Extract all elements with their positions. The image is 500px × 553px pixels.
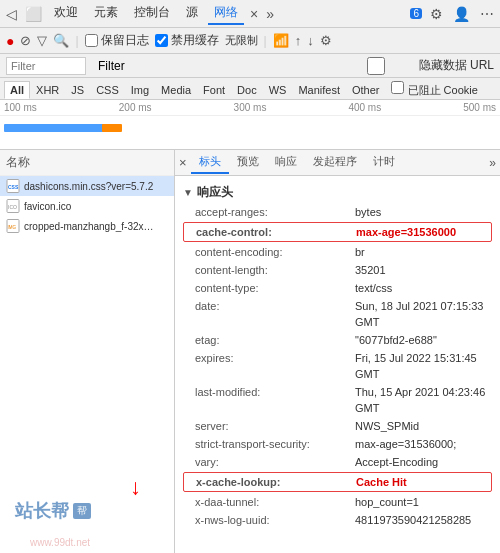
wifi-icon[interactable]: 📶 [273, 33, 289, 48]
header-key-content-type: content-type: [195, 280, 355, 296]
disable-cache-checkbox[interactable]: 禁用缓存 [155, 32, 219, 49]
ico-file-icon: ICO [6, 199, 20, 213]
ruler-400ms: 400 ms [348, 102, 381, 113]
header-row-accept-ranges: accept-ranges: bytes [183, 203, 492, 221]
timeline-bar-1 [4, 124, 104, 132]
header-value-server: NWS_SPMid [355, 418, 419, 434]
header-row-x-cache-lookup: x-cache-lookup: Cache Hit [183, 472, 492, 492]
header-key-x-cache-lookup: x-cache-lookup: [196, 474, 356, 490]
file-item-2[interactable]: IMG cropped-manzhangb_f-32x32… [0, 216, 174, 236]
css-file-icon: CSS [6, 179, 20, 193]
tab-manifest[interactable]: Manifest [292, 81, 346, 99]
no-limit-label: 无限制 [225, 33, 258, 48]
icon-forward[interactable]: ⬜ [23, 4, 44, 24]
clear-icon[interactable]: ⊘ [20, 33, 31, 48]
timeline-bar-2 [102, 124, 122, 132]
header-key-server: server: [195, 418, 355, 434]
search-icon[interactable]: 🔍 [53, 33, 69, 48]
tab-img[interactable]: Img [125, 81, 155, 99]
header-value-date: Sun, 18 Jul 2021 07:15:33 GMT [355, 298, 492, 330]
ruler-300ms: 300 ms [234, 102, 267, 113]
blocked-cookie-label: 已阻止 Cookie [408, 84, 478, 96]
tab-xhr[interactable]: XHR [30, 81, 65, 99]
hide-data-url-input[interactable] [336, 57, 416, 75]
ruler-100ms: 100 ms [4, 102, 37, 113]
header-key-x-nws-log-uuid: x-nws-log-uuid: [195, 512, 355, 528]
timeline-bar-area [4, 118, 496, 146]
tab-close[interactable]: × [248, 4, 260, 24]
left-panel: 名称 CSS dashicons.min.css?ver=5.7.2 ICO f… [0, 150, 175, 553]
header-key-vary: vary: [195, 454, 355, 470]
tab-js[interactable]: JS [65, 81, 90, 99]
more-icon[interactable]: ⋯ [478, 4, 496, 24]
header-value-expires: Fri, 15 Jul 2022 15:31:45 GMT [355, 350, 492, 382]
panel-tab-timing[interactable]: 计时 [365, 151, 403, 174]
header-key-x-daa-tunnel: x-daa-tunnel: [195, 494, 355, 510]
blocked-cookie-input[interactable] [391, 81, 404, 94]
tab-css[interactable]: CSS [90, 81, 125, 99]
panel-tab-headers[interactable]: 标头 [191, 151, 229, 174]
header-value-content-type: text/css [355, 280, 392, 296]
panel-tab-initiator[interactable]: 发起程序 [305, 151, 365, 174]
tab-font[interactable]: Font [197, 81, 231, 99]
filter-label: Filter [98, 59, 125, 73]
header-row-x-daa-tunnel: x-daa-tunnel: hop_count=1 [183, 493, 492, 511]
header-row-sts: strict-transport-security: max-age=31536… [183, 435, 492, 453]
tab-all[interactable]: All [4, 81, 30, 99]
tab-ws[interactable]: WS [263, 81, 293, 99]
preserve-log-label: 保留日志 [101, 32, 149, 49]
upload-icon[interactable]: ↑ [295, 33, 302, 48]
disable-cache-input[interactable] [155, 34, 168, 47]
record-icon[interactable]: ● [6, 33, 14, 49]
ruler-200ms: 200 ms [119, 102, 152, 113]
header-value-cache-control: max-age=31536000 [356, 224, 456, 240]
panel-close-icon[interactable]: × [179, 155, 187, 170]
panel-expand-icon[interactable]: » [489, 156, 496, 170]
blocked-cookie-checkbox[interactable]: 已阻止 Cookie [385, 78, 483, 101]
file-item-1[interactable]: ICO favicon.ico [0, 196, 174, 216]
tab-welcome[interactable]: 欢迎 [48, 2, 84, 25]
header-value-x-daa-tunnel: hop_count=1 [355, 494, 419, 510]
tab-source[interactable]: 源 [180, 2, 204, 25]
response-headers-label: 响应头 [197, 184, 233, 201]
header-key-etag: etag: [195, 332, 355, 348]
logo-badge: 帮 [73, 503, 91, 519]
response-headers-section[interactable]: ▼ 响应头 [183, 180, 492, 203]
separator1: | [75, 34, 78, 48]
hide-data-url-checkbox[interactable]: 隐藏数据 URL [336, 57, 494, 75]
svg-text:CSS: CSS [8, 184, 19, 190]
red-arrow-icon: ↑ [130, 477, 141, 503]
icon-back[interactable]: ◁ [4, 4, 19, 24]
download-icon[interactable]: ↓ [307, 33, 314, 48]
settings2-icon[interactable]: ⚙ [320, 33, 332, 48]
profile-icon[interactable]: 👤 [451, 4, 472, 24]
tab-media[interactable]: Media [155, 81, 197, 99]
filter-input[interactable] [6, 57, 86, 75]
header-key-date: date: [195, 298, 355, 314]
ruler-500ms: 500 ms [463, 102, 496, 113]
tab-elements[interactable]: 元素 [88, 2, 124, 25]
tab-other[interactable]: Other [346, 81, 386, 99]
header-key-cache-control: cache-control: [196, 224, 356, 240]
header-row-cache-control: cache-control: max-age=31536000 [183, 222, 492, 242]
tab-network[interactable]: 网络 [208, 2, 244, 25]
svg-text:ICO: ICO [8, 204, 17, 210]
tab-doc[interactable]: Doc [231, 81, 263, 99]
notification-badge: 6 [410, 8, 422, 19]
header-key-sts: strict-transport-security: [195, 436, 355, 452]
file-item-0[interactable]: CSS dashicons.min.css?ver=5.7.2 [0, 176, 174, 196]
file-name-0: dashicons.min.css?ver=5.7.2 [24, 181, 153, 192]
preserve-log-input[interactable] [85, 34, 98, 47]
tab-console[interactable]: 控制台 [128, 2, 176, 25]
header-row-content-type: content-type: text/css [183, 279, 492, 297]
preserve-log-checkbox[interactable]: 保留日志 [85, 32, 149, 49]
filter-icon[interactable]: ▽ [37, 33, 47, 48]
panel-tab-preview[interactable]: 预览 [229, 151, 267, 174]
gear-icon[interactable]: ⚙ [428, 4, 445, 24]
panel-tab-response[interactable]: 响应 [267, 151, 305, 174]
separator2: | [264, 34, 267, 48]
header-key-expires: expires: [195, 350, 355, 366]
tab-more[interactable]: » [264, 4, 276, 24]
toolbar2: ● ⊘ ▽ 🔍 | 保留日志 禁用缓存 无限制 | 📶 ↑ ↓ ⚙ [0, 28, 500, 54]
header-row-content-encoding: content-encoding: br [183, 243, 492, 261]
